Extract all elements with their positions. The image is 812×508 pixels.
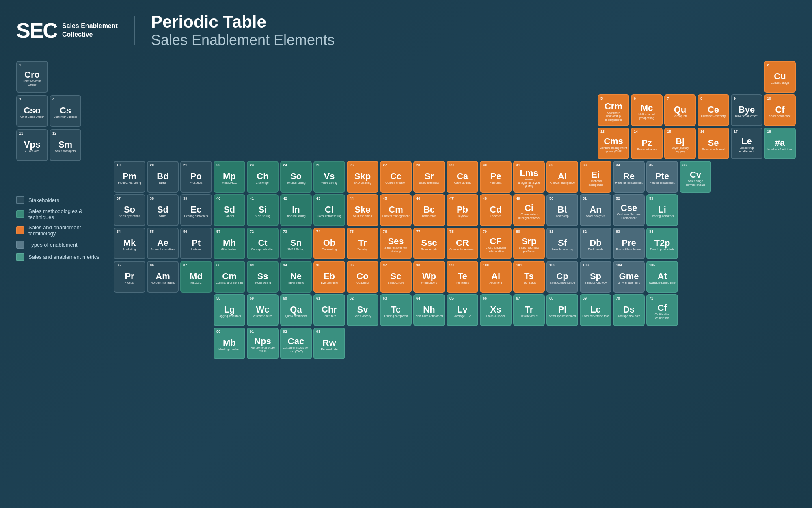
header-divider <box>134 16 135 45</box>
header: SEC Sales Enablement Collective Periodic… <box>16 12 796 53</box>
element-ob: 74 Ob Onboarding <box>313 228 345 259</box>
legend-box-gray <box>16 241 24 249</box>
element-cr: 78 CR Competitor research <box>447 228 478 259</box>
legend-types: Types of enablement <box>16 241 106 249</box>
element-tc: 63 Tc Training completed <box>380 294 412 326</box>
legend-metrics: Sales and enablement metrics <box>16 253 106 261</box>
element-bc: 46 Bc Battlecards <box>413 194 445 226</box>
row-5: 37 So Sales operations 38 Sd SDRs 39 Ec … <box>114 194 796 226</box>
element-mb: 90 Mb Meetings booked <box>214 328 245 359</box>
element-al: 100 Al Alignment <box>480 261 512 293</box>
element-ts: 101 Ts Tech stack <box>513 261 545 293</box>
row-8: 58 Lg Lagging indicators 59 Wc Win/close… <box>114 294 796 326</box>
element-pt: 56 Pt Partners <box>180 228 212 259</box>
element-ai32: 32 Ai Artificial Intelligence <box>546 161 578 193</box>
legend-box-white <box>16 196 24 204</box>
element-gme: 104 Gme GTM enablement <box>613 261 645 293</box>
element-cc: 27 Cc Content creation <box>380 161 412 193</box>
element-qa: 60 Qa Quota attainment <box>280 294 312 326</box>
title-area: Periodic Table Sales Enablement Elements <box>151 12 335 49</box>
legend-box-orange <box>16 226 24 234</box>
row-9: 90 Mb Meetings booked 91 Nps Net promote… <box>114 328 796 359</box>
logo-text: Sales Enablement Collective <box>62 22 118 39</box>
element-wc: 59 Wc Win/close rates <box>247 294 279 326</box>
element-nh: 64 Nh New hires onboarded <box>413 294 445 326</box>
element-crm: 5 Crm Customer relationship management <box>598 94 629 126</box>
element-vs: 25 Vs Value Selling <box>313 161 345 193</box>
row-1: 2 Cu Content usage <box>114 61 796 93</box>
element-bye: 9 Bye Buyer enablement <box>731 94 762 126</box>
row-3: 13 Cms Content management system (CMS) 1… <box>114 128 796 159</box>
row-2: 5 Crm Customer relationship management 6… <box>114 94 796 126</box>
page-subtitle: Sales Enablement Elements <box>151 32 335 49</box>
element-sd: 38 Sd SDRs <box>147 194 179 226</box>
element-an: 51 An Sales analytics <box>580 194 611 226</box>
element-cv: 36 Cv Sales stage conversion rate <box>680 161 711 193</box>
element-pl: 68 Pl New Pipeline created <box>546 294 578 326</box>
element-bt: 50 Bt Bootcamp <box>546 194 578 226</box>
element-skp: 26 Skp SKO planning <box>347 161 378 193</box>
element-cs: 4 Cs Customer Success <box>50 95 81 127</box>
element-cso: 3 Cso Chief Sales Officer <box>16 95 48 127</box>
element-li: 53 Li Leading indicators <box>646 194 678 226</box>
element-ct: 72 Ct Conceptual selling <box>247 228 279 259</box>
legend-box-green <box>16 253 24 261</box>
legend-methodologies: Sales methodologies & techniques <box>16 208 106 220</box>
element-vps: 11 Vps VP of Sales <box>16 129 48 161</box>
element-ses: 76 Ses Sales enablement strategy <box>380 228 412 259</box>
element-nps: 91 Nps Net promoter score (NPS) <box>247 328 279 359</box>
element-so37: 37 So Sales operations <box>114 194 145 226</box>
element-pte: 35 Pte Partner enablement <box>646 161 678 193</box>
element-mh: 57 Mh Miller Heiman <box>214 228 245 259</box>
element-eb: 95 Eb Everboarding <box>313 261 345 293</box>
element-pr: 85 Pr Product <box>114 261 145 293</box>
element-cro: 1 Cro Chief Revenue Officer <box>16 61 48 93</box>
element-at: 105 At Available selling time <box>646 261 678 293</box>
page-title: Periodic Table <box>151 12 335 32</box>
element-cac: 92 Cac Customer acquisition cost (CAC) <box>280 328 312 359</box>
element-ei: 33 Ei Emotional intelligence <box>580 161 611 193</box>
element-ec: 39 Ec Existing customers <box>180 194 212 226</box>
element-mp: 22 Mp MEDDPICC <box>214 161 245 193</box>
element-db: 82 Db Dashboards <box>580 228 611 259</box>
element-srp: 80 Srp Sales readiness platforms <box>513 228 545 259</box>
element-ss: 89 Ss Social selling <box>247 261 279 293</box>
element-tr67: 67 Tr Total revenue <box>513 294 545 326</box>
element-sf: 81 Sf Sales forecasting <box>546 228 578 259</box>
legend-box-teal <box>16 210 24 218</box>
element-ce: 8 Ce Customer-centricity <box>698 94 729 126</box>
sec-logo: SEC <box>16 18 57 43</box>
element-lms: 31 Lms Learning management system (LMS) <box>513 161 545 193</box>
element-wp: 98 Wp Whitepapers <box>413 261 445 293</box>
element-md: 87 Md MEDDIC <box>180 261 212 293</box>
element-sd40: 40 Sd Sandler <box>214 194 245 226</box>
element-qu: 7 Qu Sales quota <box>664 94 696 126</box>
table-area: 2 Cu Content usage 5 Crm Customer relati… <box>114 61 796 496</box>
element-cu: 2 Cu Content usage <box>764 61 796 93</box>
logo-area: SEC Sales Enablement Collective <box>16 18 118 43</box>
page: SEC Sales Enablement Collective Periodic… <box>0 0 812 508</box>
row-6: 54 Mk Marketing 55 Ae Account executives… <box>114 228 796 259</box>
legend-stakeholders: Stakeholders <box>16 196 106 204</box>
element-se16: 16 Se Sales enablement <box>698 128 729 159</box>
element-le: 17 Le Leadership enablement <box>731 128 762 159</box>
element-ne: 94 Ne NEAT selling <box>280 261 312 293</box>
element-pe: 30 Pe Personas <box>480 161 512 193</box>
element-ha: 18 #a Number of activities <box>764 128 796 159</box>
element-ae: 55 Ae Account executives <box>147 228 179 259</box>
element-sr: 28 Sr Sales readiness <box>413 161 445 193</box>
element-lg: 58 Lg Lagging indicators <box>214 294 245 326</box>
row-4: 19 Pm Product Marketing 20 Bd BDRs 21 Po… <box>114 161 796 193</box>
content-area: 1 Cro Chief Revenue Officer 3 Cso Chief … <box>16 61 796 496</box>
element-cl: 43 Cl Consultative selling <box>313 194 345 226</box>
element-sc: 97 Sc Sales culture <box>380 261 412 293</box>
element-pm: 19 Pm Product Marketing <box>114 161 145 193</box>
element-cf79: 79 CF Cross-functional collaboration <box>480 228 512 259</box>
element-po: 21 Po Prospects <box>180 161 212 193</box>
element-cd: 48 Cd Cadence <box>480 194 512 226</box>
legend: Stakeholders Sales methodologies & techn… <box>16 196 106 261</box>
element-bj: 15 Bj Buyer journey mapping <box>664 128 696 159</box>
element-ssc: 77 Ssc Sales scripts <box>413 228 445 259</box>
element-cse: 52 Cse Customer Success Enablement <box>613 194 645 226</box>
element-cm45: 45 Cm Content management <box>380 194 412 226</box>
